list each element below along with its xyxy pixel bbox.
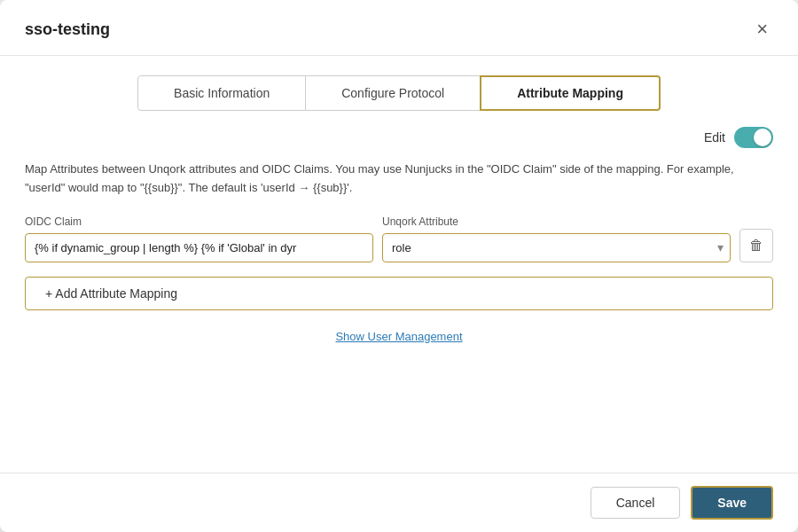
unqork-attribute-select-wrapper: role userId email groups ▾ <box>382 233 731 262</box>
oidc-claim-field: OIDC Claim <box>25 215 373 262</box>
edit-toggle[interactable] <box>734 127 773 148</box>
unqork-attribute-field: Unqork Attribute role userId email group… <box>382 215 731 262</box>
edit-row: Edit <box>25 127 773 148</box>
cancel-button[interactable]: Cancel <box>591 487 681 519</box>
mapping-row: OIDC Claim Unqork Attribute role userId … <box>25 215 773 262</box>
close-button[interactable]: × <box>751 18 773 41</box>
tab-attribute-mapping[interactable]: Attribute Mapping <box>480 75 661 111</box>
modal-header: sso-testing × <box>0 0 798 56</box>
modal-body: Edit Map Attributes between Unqork attri… <box>0 111 798 473</box>
oidc-claim-label: OIDC Claim <box>25 215 373 228</box>
tabs-row: Basic Information Configure Protocol Att… <box>0 56 798 111</box>
modal: sso-testing × Basic Information Configur… <box>0 0 798 532</box>
delete-mapping-button[interactable]: 🗑 <box>739 229 773 262</box>
unqork-attribute-label: Unqork Attribute <box>382 215 731 228</box>
toggle-knob <box>754 129 771 146</box>
save-button[interactable]: Save <box>691 486 773 520</box>
show-user-management-link[interactable]: Show User Management <box>25 330 773 343</box>
modal-title: sso-testing <box>25 20 110 39</box>
edit-label: Edit <box>704 130 725 145</box>
modal-footer: Cancel Save <box>0 473 798 532</box>
trash-icon: 🗑 <box>749 238 763 254</box>
add-attribute-mapping-button[interactable]: + Add Attribute Mapping <box>25 277 773 310</box>
tab-configure-protocol[interactable]: Configure Protocol <box>306 75 480 111</box>
description-text: Map Attributes between Unqork attributes… <box>25 160 773 198</box>
tab-basic-information[interactable]: Basic Information <box>137 75 306 111</box>
oidc-claim-input[interactable] <box>25 233 373 262</box>
unqork-attribute-select[interactable]: role userId email groups <box>382 233 731 262</box>
